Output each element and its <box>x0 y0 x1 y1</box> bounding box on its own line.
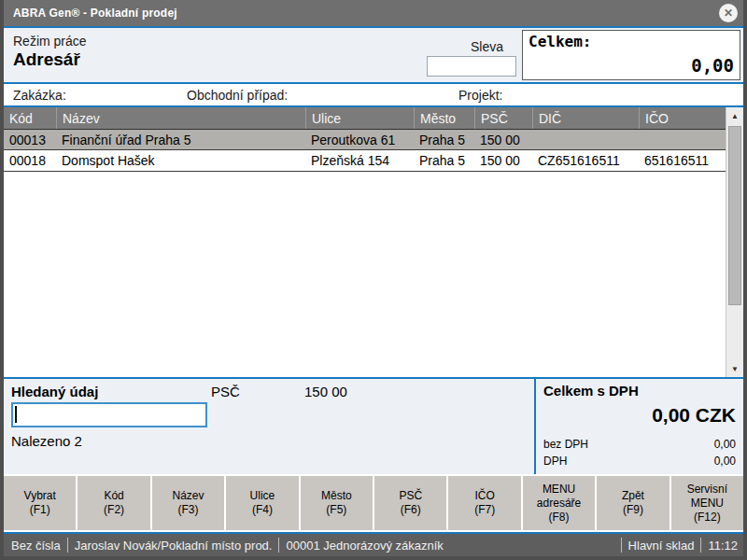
cell-ico: 651616511 <box>639 153 726 168</box>
statusbar: Bez čísla Jaroslav Novák/Pokladní místo … <box>0 532 747 556</box>
table-header: Kód Název Ulice Město PSČ DIČ IČO <box>4 107 726 129</box>
status-separator <box>621 538 622 553</box>
table-row[interactable]: 00018 Domspot Hašek Plzeňská 154 Praha 5… <box>4 150 726 172</box>
kod-f2-button[interactable]: Kód(F2) <box>78 476 149 530</box>
zpet-f9-button[interactable]: Zpět(F9) <box>597 476 669 530</box>
status-separator <box>700 538 701 553</box>
bottom-panel: Hledaný údaj Nalezeno 2 PSČ 150 00 Celke… <box>4 377 743 474</box>
cell-ulice: Peroutkova 61 <box>305 133 414 147</box>
psc-f6-button[interactable]: PSČ(F6) <box>374 476 446 530</box>
window-title: ABRA Gen® - Pokladní prodej <box>13 7 177 20</box>
cell-nazev: Domspot Hašek <box>56 153 305 168</box>
text-caret <box>15 406 17 423</box>
search-block: Hledaný údaj Nalezeno 2 <box>4 379 211 474</box>
status-warehouse: Hlavní sklad <box>628 539 695 553</box>
cell-nazev: Finanční úřad Praha 5 <box>56 133 305 147</box>
column-header-kod[interactable]: Kód <box>4 107 56 129</box>
context-row: Zakázka: Obchodní případ: Projekt: <box>4 84 743 105</box>
ulice-f4-button[interactable]: Ulice(F4) <box>226 476 298 530</box>
status-separator <box>278 538 279 553</box>
totals-panel: Celkem s DPH 0,00 CZK bez DPH 0,00 DPH 0… <box>534 379 743 474</box>
app-window: ABRA Gen® - Pokladní prodej ✕ Režim prác… <box>0 0 747 560</box>
top-panel: Režim práce Adresář Sleva Celkem: 0,00 <box>4 28 743 84</box>
discount-label: Sleva <box>471 39 503 54</box>
cell-kod: 00018 <box>4 153 56 168</box>
cell-mesto: Praha 5 <box>414 153 474 168</box>
scroll-down-icon[interactable]: ▼ <box>726 360 743 377</box>
table-row[interactable]: 00013 Finanční úřad Praha 5 Peroutkova 6… <box>4 129 726 150</box>
status-operator: Jaroslav Novák/Pokladní místo prod. <box>75 539 273 553</box>
vybrat-f1-button[interactable]: Vybrat(F1) <box>4 476 76 530</box>
search-label: Hledaný údaj <box>11 384 211 399</box>
sort-column-value: 150 00 <box>304 384 347 474</box>
work-mode-block: Režim práce Adresář <box>13 30 423 80</box>
found-count: Nalezeno 2 <box>11 433 211 449</box>
work-mode-value: Adresář <box>13 49 423 70</box>
totals-amount: 0,00 CZK <box>543 404 736 427</box>
sort-column-label: PSČ <box>211 384 304 474</box>
sort-info: PSČ 150 00 <box>211 379 534 474</box>
cell-mesto: Praha 5 <box>414 133 474 147</box>
search-input[interactable] <box>11 402 207 427</box>
function-button-bar: Vybrat(F1) Kód(F2) Název(F3) Ulice(F4) M… <box>4 474 743 532</box>
scrollbar-track[interactable] <box>726 124 743 360</box>
status-customer: 00001 Jednorázový zákazník <box>286 539 443 553</box>
business-case-label: Obchodní případ: <box>187 88 288 103</box>
cell-psc: 150 00 <box>474 133 532 147</box>
scroll-up-icon[interactable]: ▲ <box>726 107 743 124</box>
discount-input[interactable] <box>427 56 516 77</box>
totals-title: Celkem s DPH <box>543 383 736 399</box>
discount-block: Sleva <box>423 30 516 80</box>
servisni-menu-f12-button[interactable]: Servisní MENU(F12) <box>671 476 743 530</box>
titlebar: ABRA Gen® - Pokladní prodej ✕ <box>0 0 747 28</box>
total-display: Celkem: 0,00 <box>522 30 740 80</box>
scrollbar[interactable]: ▲ ▼ <box>726 107 743 377</box>
totals-row-dph: DPH 0,00 <box>543 453 736 469</box>
cell-ulice: Plzeňská 154 <box>305 153 414 168</box>
cell-dic: CZ651616511 <box>532 153 639 168</box>
scrollbar-thumb[interactable] <box>728 126 741 305</box>
totals-row-bez-dph: bez DPH 0,00 <box>543 436 736 453</box>
table-body: 00013 Finanční úřad Praha 5 Peroutkova 6… <box>4 129 726 377</box>
column-header-ico[interactable]: IČO <box>639 107 726 129</box>
menu-adresare-f8-button[interactable]: MENU adresáře(F8) <box>523 476 595 530</box>
column-header-nazev[interactable]: Název <box>56 107 305 129</box>
column-header-psc[interactable]: PSČ <box>474 107 532 129</box>
order-label: Zakázka: <box>13 88 66 103</box>
column-header-mesto[interactable]: Město <box>414 107 474 129</box>
mesto-f5-button[interactable]: Město(F5) <box>301 476 373 530</box>
column-header-dic[interactable]: DIČ <box>532 107 639 129</box>
dph-value: 0,00 <box>714 453 736 469</box>
status-doc-number: Bez čísla <box>11 539 61 553</box>
cell-psc: 150 00 <box>474 153 532 168</box>
address-table: Kód Název Ulice Město PSČ DIČ IČO 00013 … <box>4 105 743 377</box>
project-label: Projekt: <box>458 88 502 103</box>
status-separator <box>67 538 68 553</box>
total-label: Celkem: <box>529 33 734 50</box>
table-main: Kód Název Ulice Město PSČ DIČ IČO 00013 … <box>4 107 726 377</box>
status-time: 11:12 <box>708 539 738 553</box>
cell-kod: 00013 <box>4 133 56 147</box>
statusbar-right: Hlavní sklad 11:12 <box>614 538 738 553</box>
bez-dph-label: bez DPH <box>543 436 588 453</box>
nazev-f3-button[interactable]: Název(F3) <box>152 476 224 530</box>
bez-dph-value: 0,00 <box>714 436 736 453</box>
close-icon[interactable]: ✕ <box>719 4 738 22</box>
dph-label: DPH <box>543 453 567 469</box>
column-header-ulice[interactable]: Ulice <box>305 107 414 129</box>
search-input-wrap <box>11 402 207 427</box>
work-mode-label: Režim práce <box>13 34 423 49</box>
total-value: 0,00 <box>529 55 734 76</box>
ico-f7-button[interactable]: IČO(F7) <box>448 476 520 530</box>
